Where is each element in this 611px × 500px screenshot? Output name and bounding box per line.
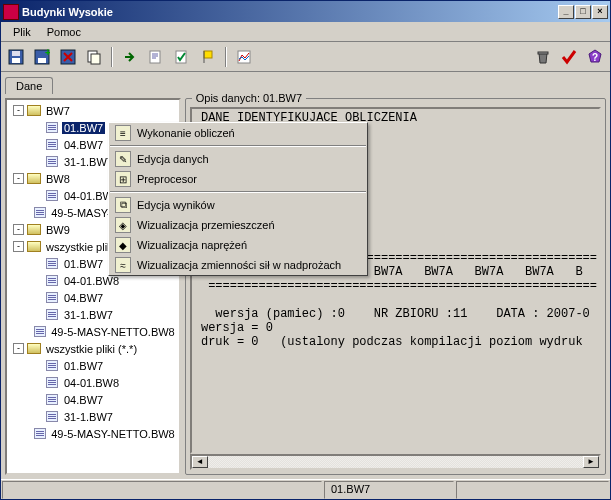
- context-menu-separator: [110, 191, 366, 193]
- force-icon: ≈: [115, 257, 131, 273]
- tree-label[interactable]: 31-1.BW7: [62, 156, 115, 168]
- scroll-right-button[interactable]: ►: [583, 456, 599, 468]
- menubar: Plik Pomoc: [1, 22, 610, 42]
- tabs: Dane: [1, 72, 610, 94]
- tree-label[interactable]: 01.BW7: [62, 122, 105, 134]
- tree-expander[interactable]: -: [13, 105, 24, 116]
- svg-rect-2: [12, 51, 20, 56]
- tree-label[interactable]: 04.BW7: [62, 139, 105, 151]
- titlebar[interactable]: Budynki Wysokie _ □ ×: [1, 1, 610, 22]
- toolbar-separator: [111, 47, 113, 67]
- window-buttons: _ □ ×: [558, 5, 608, 19]
- tree-expander[interactable]: -: [13, 241, 24, 252]
- tree-label[interactable]: 01.BW7: [62, 360, 105, 372]
- file-icon: [45, 411, 59, 423]
- context-menu-label: Wykonanie obliczeń: [137, 127, 235, 139]
- tree-label[interactable]: 04.BW7: [62, 292, 105, 304]
- status-cell-3: [456, 481, 609, 499]
- file-icon: [45, 394, 59, 406]
- file-icon: [34, 428, 46, 440]
- close-button[interactable]: ×: [592, 5, 608, 19]
- file-icon: [45, 139, 59, 151]
- tree-label[interactable]: 04.BW7: [62, 394, 105, 406]
- tree-label[interactable]: 49-5-MASY-NETTO.BW8: [49, 428, 176, 440]
- tree-label[interactable]: 31-1.BW7: [62, 411, 115, 423]
- file-icon: [45, 156, 59, 168]
- tree-node[interactable]: 31-1.BW7: [9, 306, 177, 323]
- scroll-track[interactable]: [208, 456, 583, 468]
- tree-expander[interactable]: -: [13, 343, 24, 354]
- stress-icon: ◆: [115, 237, 131, 253]
- statusbar: 01.BW7: [1, 479, 610, 499]
- tree-node[interactable]: 49-5-MASY-NETTO.BW8: [9, 323, 177, 340]
- context-menu-item[interactable]: ⊞Preprocesor: [109, 169, 367, 189]
- svg-rect-9: [150, 51, 160, 63]
- delete-icon[interactable]: [57, 46, 79, 68]
- help-icon[interactable]: ?: [584, 46, 606, 68]
- tree-label[interactable]: BW7: [44, 105, 72, 117]
- folder-icon: [27, 224, 41, 236]
- context-menu-item[interactable]: ◆Wizualizacja naprężeń: [109, 235, 367, 255]
- context-menu[interactable]: ≡Wykonanie obliczeń✎Edycja danych⊞Prepro…: [108, 122, 368, 276]
- calc-icon: ≡: [115, 125, 131, 141]
- svg-rect-8: [91, 54, 100, 64]
- opis-legend: Opis danych: 01.BW7: [192, 94, 306, 104]
- file-icon: [45, 258, 59, 270]
- forward-icon[interactable]: [119, 46, 141, 68]
- tab-dane[interactable]: Dane: [5, 77, 53, 94]
- trash-icon[interactable]: [532, 46, 554, 68]
- disp-icon: ◈: [115, 217, 131, 233]
- tree-node[interactable]: 31-1.BW7: [9, 408, 177, 425]
- chart-icon[interactable]: [233, 46, 255, 68]
- edit-icon[interactable]: [145, 46, 167, 68]
- status-cell-1: [2, 481, 322, 499]
- tree-node[interactable]: 01.BW7: [9, 357, 177, 374]
- context-menu-label: Preprocesor: [137, 173, 197, 185]
- svg-rect-1: [12, 58, 20, 63]
- tree-label[interactable]: 04-01.BW8: [62, 275, 121, 287]
- context-menu-item[interactable]: ⧉Edycja wyników: [109, 195, 367, 215]
- tree-expander[interactable]: -: [13, 224, 24, 235]
- tree-label[interactable]: BW8: [44, 173, 72, 185]
- result-icon: ⧉: [115, 197, 131, 213]
- tree-node[interactable]: -BW7: [9, 102, 177, 119]
- tree-label[interactable]: 49-5-MASY-NETTO.BW8: [49, 326, 176, 338]
- maximize-button[interactable]: □: [575, 5, 591, 19]
- tree-label[interactable]: wszystkie pliki (*.*): [44, 343, 139, 355]
- menu-plik[interactable]: Plik: [5, 24, 39, 40]
- tree-label[interactable]: 01.BW7: [62, 258, 105, 270]
- copy-icon[interactable]: [83, 46, 105, 68]
- folder-icon: [27, 105, 41, 117]
- append-icon[interactable]: +: [31, 46, 53, 68]
- toolbar: + ?: [1, 42, 610, 72]
- minimize-button[interactable]: _: [558, 5, 574, 19]
- save-icon[interactable]: [5, 46, 27, 68]
- red-check-icon[interactable]: [558, 46, 580, 68]
- tree-label[interactable]: BW9: [44, 224, 72, 236]
- flag-icon[interactable]: [197, 46, 219, 68]
- tree-label[interactable]: 04-01.BW8: [62, 377, 121, 389]
- context-menu-label: Wizualizacja przemieszczeń: [137, 219, 275, 231]
- context-menu-item[interactable]: ≈Wizualizacja zmienności sił w nadprożac…: [109, 255, 367, 275]
- check-icon[interactable]: [171, 46, 193, 68]
- window-title: Budynki Wysokie: [22, 6, 558, 18]
- edit-icon: ✎: [115, 151, 131, 167]
- context-menu-label: Wizualizacja zmienności sił w nadprożach: [137, 259, 341, 271]
- file-icon: [45, 292, 59, 304]
- tree-node[interactable]: 49-5-MASY-NETTO.BW8: [9, 425, 177, 442]
- context-menu-item[interactable]: ≡Wykonanie obliczeń: [109, 123, 367, 143]
- tree-node[interactable]: 04.BW7: [9, 391, 177, 408]
- menu-pomoc[interactable]: Pomoc: [39, 24, 89, 40]
- tree-label[interactable]: 31-1.BW7: [62, 309, 115, 321]
- tree-node[interactable]: 04.BW7: [9, 289, 177, 306]
- toolbar-separator-2: [225, 47, 227, 67]
- file-icon: [45, 190, 59, 202]
- context-menu-item[interactable]: ◈Wizualizacja przemieszczeń: [109, 215, 367, 235]
- context-menu-label: Wizualizacja naprężeń: [137, 239, 247, 251]
- tree-node[interactable]: -wszystkie pliki (*.*): [9, 340, 177, 357]
- horizontal-scrollbar[interactable]: ◄ ►: [190, 454, 601, 470]
- scroll-left-button[interactable]: ◄: [192, 456, 208, 468]
- context-menu-item[interactable]: ✎Edycja danych: [109, 149, 367, 169]
- tree-expander[interactable]: -: [13, 173, 24, 184]
- tree-node[interactable]: 04-01.BW8: [9, 374, 177, 391]
